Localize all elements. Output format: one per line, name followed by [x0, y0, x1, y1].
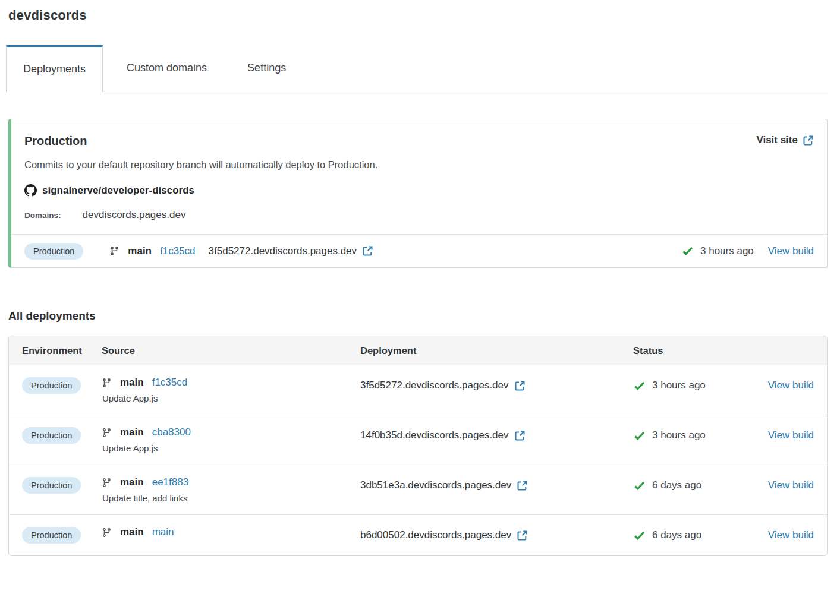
branch-name: main [120, 526, 144, 538]
github-icon [24, 184, 37, 197]
deployment-open-link[interactable] [517, 480, 528, 491]
view-build-link[interactable]: View build [768, 380, 814, 391]
check-icon [633, 479, 646, 492]
production-description: Commits to your default repository branc… [24, 159, 814, 170]
repo-name[interactable]: signalnerve/developer-discords [42, 185, 194, 197]
table-row: Production main cba8300 Update App.js 14… [9, 415, 827, 465]
deployment-cell: 3db51e3a.devdiscords.pages.dev [360, 476, 633, 494]
environment-cell: Production [22, 427, 102, 444]
view-build-link[interactable]: View build [768, 245, 814, 257]
domains-value: devdiscords.pages.dev [83, 209, 186, 221]
status-time: 3 hours ago [700, 245, 754, 257]
deployment-cell: 3f5d5272.devdiscords.pages.dev [360, 377, 633, 394]
status-time: 3 hours ago [652, 380, 706, 391]
domains-row: Domains: devdiscords.pages.dev [24, 209, 814, 221]
view-build-link[interactable]: View build [768, 479, 814, 491]
commit-link[interactable]: f1c35cd [152, 377, 188, 388]
tab-settings[interactable]: Settings [231, 45, 303, 91]
visit-site-link[interactable]: Visit site [756, 134, 814, 146]
deployment-open-link[interactable] [514, 430, 526, 441]
environment-cell: Production [22, 476, 102, 494]
git-branch-icon [102, 378, 112, 388]
production-card-title: Production [24, 134, 87, 148]
external-link-icon [517, 530, 528, 541]
environment-badge: Production [22, 427, 81, 444]
external-link-icon [362, 245, 373, 257]
status-cell: 3 hours ago [633, 377, 763, 394]
environment-badge: Production [24, 243, 83, 260]
view-build-link[interactable]: View build [768, 429, 814, 441]
environment-badge: Production [22, 527, 81, 544]
deployment-cell: 14f0b35d.devdiscords.pages.dev [360, 427, 633, 444]
branch-name: main [120, 377, 144, 388]
column-header-source: Source [102, 345, 360, 356]
page-title: devdiscords [8, 0, 828, 23]
column-header-environment: Environment [22, 345, 102, 356]
view-build-cell: View build [763, 427, 814, 444]
view-build-cell: View build [763, 526, 814, 544]
column-header-status: Status [633, 345, 763, 356]
view-build-link[interactable]: View build [768, 529, 814, 541]
deployment-open-link[interactable] [514, 380, 526, 391]
deployment-url: 14f0b35d.devdiscords.pages.dev [360, 429, 509, 441]
deployments-table: Environment Source Deployment Status Pro… [8, 336, 828, 556]
domains-label: Domains: [24, 211, 61, 220]
branch-name: main [120, 427, 144, 438]
git-branch-icon [109, 246, 119, 256]
status-cell: 6 days ago [633, 526, 763, 544]
deployment-url: 3f5d5272.devdiscords.pages.dev [360, 380, 509, 391]
commit-link[interactable]: ee1f883 [152, 476, 188, 488]
deployment-url: 3f5d5272.devdiscords.pages.dev [209, 245, 357, 257]
production-card: Production Visit site Commits to your de… [8, 119, 828, 268]
commit-link[interactable]: main [152, 526, 174, 538]
check-icon [633, 380, 646, 392]
check-icon [633, 529, 646, 542]
check-icon [633, 429, 646, 442]
commit-message: Update App.js [102, 393, 360, 403]
tab-deployments[interactable]: Deployments [6, 45, 103, 92]
table-header-row: Environment Source Deployment Status [9, 336, 827, 365]
branch-name: main [128, 245, 152, 257]
environment-badge: Production [22, 477, 81, 494]
external-link-icon [514, 430, 526, 441]
table-row: Production main f1c35cd Update App.js 3f… [9, 365, 827, 415]
column-header-deployment: Deployment [360, 345, 633, 356]
status-time: 6 days ago [652, 529, 701, 541]
tab-bar: Deployments Custom domains Settings [8, 45, 828, 91]
status-time: 6 days ago [652, 479, 701, 491]
environment-cell: Production [22, 377, 102, 394]
all-deployments-title: All deployments [8, 309, 828, 323]
environment-badge: Production [22, 377, 81, 394]
status-cell: 3 hours ago [633, 427, 763, 444]
page: devdiscords Deployments Custom domains S… [8, 0, 828, 556]
check-icon [681, 245, 694, 257]
visit-site-label: Visit site [756, 134, 798, 146]
branch-name: main [120, 476, 144, 488]
status-cell: 6 days ago [633, 476, 763, 494]
commit-message: Update App.js [102, 443, 360, 453]
commit-message: Update title, add links [102, 493, 360, 503]
git-branch-icon [102, 478, 112, 488]
source-cell: main main [102, 526, 360, 544]
repo-row: signalnerve/developer-discords [24, 184, 814, 197]
environment-cell: Production [22, 526, 102, 544]
commit-link[interactable]: cba8300 [152, 427, 191, 438]
table-row: Production main main b6d00502.devdiscord… [9, 514, 827, 555]
deployment-open-link[interactable] [517, 530, 528, 541]
view-build-cell: View build [763, 476, 814, 494]
source-cell: main f1c35cd Update App.js [102, 377, 360, 403]
commit-link[interactable]: f1c35cd [160, 245, 196, 257]
deployments-table-body: Production main f1c35cd Update App.js 3f… [9, 365, 827, 555]
source-cell: main ee1f883 Update title, add links [102, 476, 360, 503]
external-link-icon [514, 380, 526, 391]
view-build-cell: View build [763, 377, 814, 394]
deployment-url: 3db51e3a.devdiscords.pages.dev [360, 479, 511, 491]
deployment-cell: b6d00502.devdiscords.pages.dev [360, 526, 633, 544]
table-row: Production main ee1f883 Update title, ad… [9, 465, 827, 514]
external-link-icon [803, 135, 814, 146]
git-branch-icon [102, 428, 112, 438]
deployment-open-link[interactable] [362, 245, 373, 257]
status-time: 3 hours ago [652, 429, 706, 441]
tab-custom-domains[interactable]: Custom domains [110, 45, 224, 91]
deployment-url: b6d00502.devdiscords.pages.dev [360, 529, 511, 541]
